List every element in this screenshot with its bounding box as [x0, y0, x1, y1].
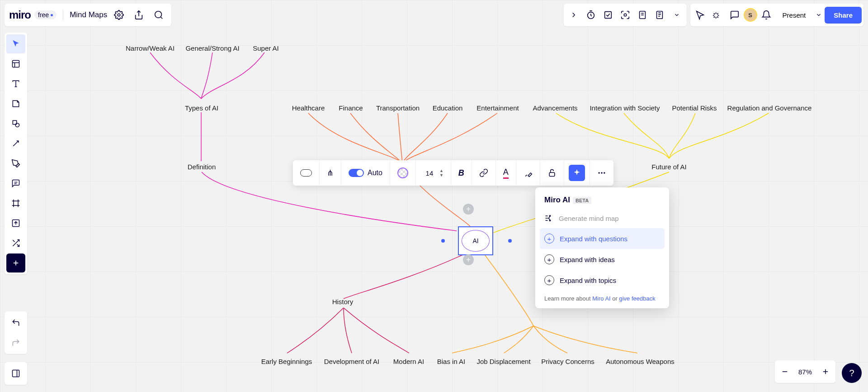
- node-finance[interactable]: Finance: [339, 104, 363, 112]
- node-advancements[interactable]: Advancements: [533, 104, 577, 112]
- ai-feedback-link[interactable]: give feedback: [619, 295, 656, 302]
- node-job[interactable]: Job Displacement: [476, 358, 530, 365]
- apps-tool[interactable]: [6, 234, 25, 253]
- node-entertainment[interactable]: Entertainment: [476, 104, 519, 112]
- select-tool[interactable]: [6, 34, 25, 53]
- settings-icon[interactable]: [111, 7, 127, 23]
- more-tools[interactable]: [6, 253, 25, 272]
- present-button[interactable]: Present: [775, 8, 813, 23]
- node-development[interactable]: Development of AI: [324, 358, 380, 365]
- font-size-control[interactable]: 14▲▼: [416, 160, 451, 186]
- hide-cursors-icon[interactable]: [692, 7, 708, 23]
- text-color-button[interactable]: A: [496, 160, 516, 186]
- zoom-out-button[interactable]: [777, 363, 793, 380]
- frames-panel-toggle[interactable]: [5, 362, 27, 385]
- node-history[interactable]: History: [332, 298, 354, 306]
- ai-generate-mindmap[interactable]: Generate mind map: [540, 208, 665, 228]
- ai-popup-footer: Learn more about Miro AI or give feedbac…: [540, 291, 665, 302]
- auto-layout-toggle[interactable]: Auto: [341, 160, 390, 186]
- present-dropdown-icon[interactable]: [814, 7, 824, 23]
- pen-tool[interactable]: [6, 154, 25, 173]
- ai-expand-topics[interactable]: + Expand with topics: [540, 270, 665, 291]
- add-branch-bottom[interactable]: +: [463, 254, 474, 265]
- notifications-icon[interactable]: [758, 7, 774, 23]
- shape-style-button[interactable]: [293, 160, 320, 186]
- bold-button[interactable]: B: [451, 160, 472, 186]
- upload-tool[interactable]: [6, 214, 25, 233]
- connection-tool[interactable]: [6, 134, 25, 153]
- zoom-value[interactable]: 87%: [793, 368, 817, 376]
- highlight-button[interactable]: [516, 160, 540, 186]
- more-options-button[interactable]: [590, 160, 613, 186]
- node-transportation[interactable]: Transportation: [376, 104, 420, 112]
- node-risks[interactable]: Potential Risks: [672, 104, 717, 112]
- node-privacy[interactable]: Privacy Concerns: [541, 358, 594, 365]
- ai-button[interactable]: [564, 160, 590, 186]
- svg-point-2: [155, 11, 162, 18]
- add-branch-top[interactable]: +: [463, 204, 474, 215]
- ai-popup-title: Miro AIBETA: [544, 196, 591, 205]
- node-modern[interactable]: Modern AI: [393, 358, 424, 365]
- node-education[interactable]: Education: [433, 104, 463, 112]
- divider: [63, 10, 63, 20]
- export-icon[interactable]: [131, 7, 147, 23]
- svg-point-40: [604, 172, 605, 173]
- fill-color-button[interactable]: [390, 160, 416, 186]
- voting-icon[interactable]: [600, 7, 616, 23]
- search-icon[interactable]: [151, 7, 167, 23]
- ai-learn-more-link[interactable]: Miro AI: [592, 295, 610, 302]
- miro-logo[interactable]: miro: [9, 9, 31, 21]
- font-size-down-icon[interactable]: ▼: [439, 173, 443, 177]
- templates-tool[interactable]: [6, 54, 25, 73]
- branch-style-button[interactable]: ⋔: [320, 160, 341, 186]
- text-tool[interactable]: [6, 74, 25, 93]
- top-right-bar: S Present Share: [564, 4, 863, 26]
- user-avatar[interactable]: S: [744, 8, 757, 22]
- help-button[interactable]: ?: [842, 363, 862, 383]
- ai-expand-questions[interactable]: + Expand with questions: [540, 228, 665, 249]
- ai-expand-ideas[interactable]: + Expand with ideas: [540, 249, 665, 270]
- node-super-ai[interactable]: Super AI: [253, 44, 279, 52]
- board-name[interactable]: Mind Maps: [70, 10, 107, 19]
- node-regulation[interactable]: Regulation and Governance: [727, 104, 812, 112]
- frame-tool[interactable]: [6, 194, 25, 213]
- estimation-icon[interactable]: [634, 7, 651, 23]
- reactions-icon[interactable]: [709, 7, 726, 23]
- timer-icon[interactable]: [583, 7, 599, 23]
- resize-handle-left[interactable]: [441, 239, 445, 243]
- node-narrow-ai[interactable]: Narrow/Weak AI: [126, 44, 175, 52]
- resize-handle-right[interactable]: [508, 239, 512, 243]
- undo-redo-toolbar: [5, 311, 27, 354]
- panel-icon[interactable]: [6, 364, 25, 383]
- redo-button[interactable]: [6, 333, 25, 352]
- sticky-tool[interactable]: [6, 94, 25, 113]
- node-future[interactable]: Future of AI: [651, 163, 687, 171]
- svg-point-38: [598, 172, 599, 173]
- share-button[interactable]: Share: [825, 7, 862, 24]
- note-icon[interactable]: [651, 7, 668, 23]
- node-integration[interactable]: Integration with Society: [590, 104, 660, 112]
- node-healthcare[interactable]: Healthcare: [292, 104, 325, 112]
- link-button[interactable]: [472, 160, 496, 186]
- undo-button[interactable]: [6, 313, 25, 332]
- collapse-icon[interactable]: [566, 7, 582, 23]
- more-apps-icon[interactable]: [669, 7, 685, 23]
- plan-badge[interactable]: free: [34, 10, 57, 19]
- center-node-selected[interactable]: AI: [458, 226, 493, 255]
- svg-rect-37: [549, 172, 555, 176]
- node-definition[interactable]: Definition: [188, 163, 216, 171]
- attention-icon[interactable]: [617, 7, 633, 23]
- lock-button[interactable]: [540, 160, 564, 186]
- font-size-up-icon[interactable]: ▲: [439, 168, 443, 173]
- center-node-label: AI: [462, 230, 490, 252]
- node-types[interactable]: Types of AI: [185, 104, 218, 112]
- shape-tool[interactable]: [6, 114, 25, 133]
- node-bias[interactable]: Bias in AI: [437, 358, 466, 365]
- top-left-bar: miro free Mind Maps: [5, 4, 171, 26]
- comment-tool[interactable]: [6, 174, 25, 193]
- zoom-in-button[interactable]: [817, 363, 834, 380]
- comments-icon[interactable]: [726, 7, 743, 23]
- node-weapons[interactable]: Autonomous Weapons: [606, 358, 675, 365]
- node-early[interactable]: Early Beginnings: [261, 358, 312, 365]
- node-general-ai[interactable]: General/Strong AI: [185, 44, 239, 52]
